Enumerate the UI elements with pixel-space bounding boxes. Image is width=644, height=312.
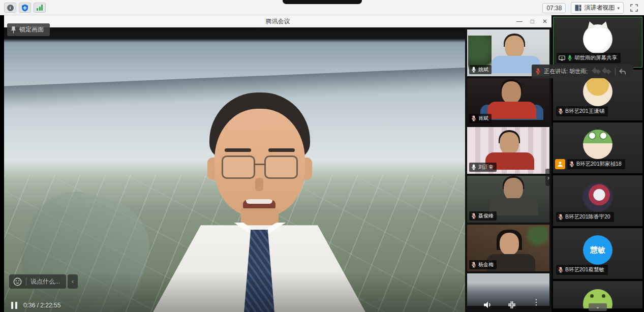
mic-on-icon [471, 164, 476, 170]
glasses-bridge [254, 164, 265, 165]
thumb-face [500, 233, 519, 255]
pin-icon [11, 26, 16, 34]
avatar [583, 77, 612, 106]
shield-icon [21, 4, 28, 12]
thumb-face [502, 81, 521, 104]
thumb-face [504, 178, 523, 200]
speaker-nose [255, 178, 263, 191]
window-title-bar[interactable]: 腾讯会议 — □ ✕ [4, 15, 551, 27]
protect-button[interactable] [19, 3, 31, 13]
mic-on-icon [471, 67, 476, 73]
chat-collapse-button[interactable]: ‹ [68, 274, 78, 289]
participant-name: 姚斌 [478, 66, 488, 73]
participant-name: B环艺201蔡慧敏 [565, 266, 604, 273]
thumb-body [487, 102, 536, 119]
raise-hand-icons[interactable] [591, 67, 611, 76]
participant-cell[interactable]: 胡世雨的屏幕共享 [553, 17, 642, 68]
thumb-body [489, 198, 538, 215]
hand-raised-badge [555, 159, 565, 169]
playback-time: 0:36 / 2:22:55 [23, 302, 60, 309]
participant-name: 刘正奎 [478, 164, 494, 171]
fullscreen-button[interactable] [629, 3, 639, 13]
mic-muted-icon [471, 262, 476, 268]
view-mode-label: 演讲者视图 [584, 4, 615, 12]
participant-label: B环艺201陈香宇20 [556, 212, 614, 222]
speaker-brow [268, 148, 295, 152]
plant-decor [523, 227, 548, 247]
participant-label: B环艺201蔡慧敏 [556, 265, 608, 275]
participant-name-badge: 刘正奎 [469, 163, 497, 172]
avatar [583, 182, 612, 212]
participant-label: 胡世雨的屏幕共享 [557, 53, 621, 63]
mic-muted-icon [471, 213, 476, 219]
status-icon-group: i [4, 3, 46, 13]
chat-input[interactable]: 说点什么... [9, 274, 66, 289]
participant-label: B环艺201郭家祯18 [567, 159, 625, 169]
window-title: 腾讯会议 [4, 17, 551, 26]
participant-video[interactable]: 聂俊峰 [467, 176, 549, 223]
maximize-button[interactable]: □ [531, 18, 534, 25]
participant-name-badge: 肖斌 [469, 114, 492, 123]
participant-name: 杨金梅 [478, 261, 494, 268]
participant-name: 聂俊峰 [478, 212, 494, 220]
participants-panel: 胡世雨的屏幕共享 B环艺201王潇锡 B环艺201郭家祯18 [551, 15, 644, 312]
view-mode-selector[interactable]: 演讲者视图 ▾ [571, 2, 624, 14]
screen-share-icon [559, 55, 565, 61]
main-speaker-video[interactable]: 说点什么... ‹ 0:36 / 2:22:55 [4, 27, 465, 312]
shrink-button[interactable] [508, 301, 516, 309]
volume-button[interactable] [483, 301, 493, 309]
network-button[interactable] [34, 3, 46, 13]
strip-expand-button[interactable]: › [545, 169, 551, 186]
thumb-face [500, 132, 519, 154]
speaking-toast: 正在讲话: 胡世雨; [532, 65, 633, 78]
fullscreen-icon [630, 4, 638, 12]
participant-cell[interactable]: 慧敏 B环艺201蔡慧敏 [553, 228, 642, 279]
info-button[interactable]: i [4, 3, 16, 13]
participant-name: B环艺201陈香宇20 [565, 213, 610, 221]
participant-video[interactable]: 肖斌 [467, 78, 549, 125]
person-icon [557, 161, 563, 167]
participant-name: B环艺201郭家祯18 [576, 161, 622, 168]
more-options-button[interactable]: ⋮ [532, 298, 540, 306]
avatar-initials: 慧敏 [590, 245, 605, 255]
participant-video[interactable]: 杨金梅 [467, 225, 549, 271]
mic-muted-red-icon [535, 68, 541, 75]
emoji-icon [13, 277, 22, 286]
lock-screen-label: 锁定画面 [19, 25, 44, 34]
network-signal-icon [37, 5, 43, 11]
layout-icon [575, 5, 581, 11]
pause-icon[interactable] [11, 302, 17, 309]
chat-placeholder: 说点什么... [30, 277, 60, 286]
mic-muted-icon [558, 267, 563, 273]
participant-video[interactable]: 刘正奎 [467, 127, 549, 174]
chevron-down-icon: ▾ [617, 6, 620, 11]
speaking-toast-text: 正在讲话: 胡世雨; [544, 68, 588, 75]
speaker-icon [483, 301, 493, 309]
shrink-icon [508, 301, 516, 309]
reply-arrow-icon[interactable] [619, 68, 626, 75]
participant-cell[interactable]: B环艺201郭家祯18 [553, 122, 642, 173]
participant-name-badge: 杨金梅 [469, 260, 497, 269]
participant-cell[interactable]: B环艺201陈香宇20 [553, 175, 642, 226]
minimize-button[interactable]: — [516, 18, 523, 25]
screen-notch [283, 0, 362, 4]
mic-active-icon [567, 55, 572, 61]
scroll-down-button[interactable]: ⌄ [589, 303, 607, 311]
clock: 07:38 [542, 3, 566, 13]
avatar: 慧敏 [583, 235, 612, 265]
participant-label: B环艺201王潇锡 [556, 106, 608, 116]
lock-screen-button[interactable]: 锁定画面 [7, 23, 50, 36]
speaker-glasses [222, 155, 255, 179]
speaker-glasses [264, 155, 298, 179]
close-button[interactable]: ✕ [542, 18, 547, 25]
toast-divider [615, 68, 616, 75]
speaker-brow [225, 148, 251, 152]
mic-muted-icon [471, 115, 476, 121]
mic-muted-icon [558, 214, 563, 220]
mic-muted-icon [569, 161, 574, 167]
participant-name-badge: 聂俊峰 [469, 211, 497, 221]
participant-name: 肖斌 [478, 115, 488, 122]
info-icon: i [7, 5, 14, 11]
avatar [583, 24, 612, 54]
meeting-window: 腾讯会议 — □ ✕ [4, 15, 551, 312]
